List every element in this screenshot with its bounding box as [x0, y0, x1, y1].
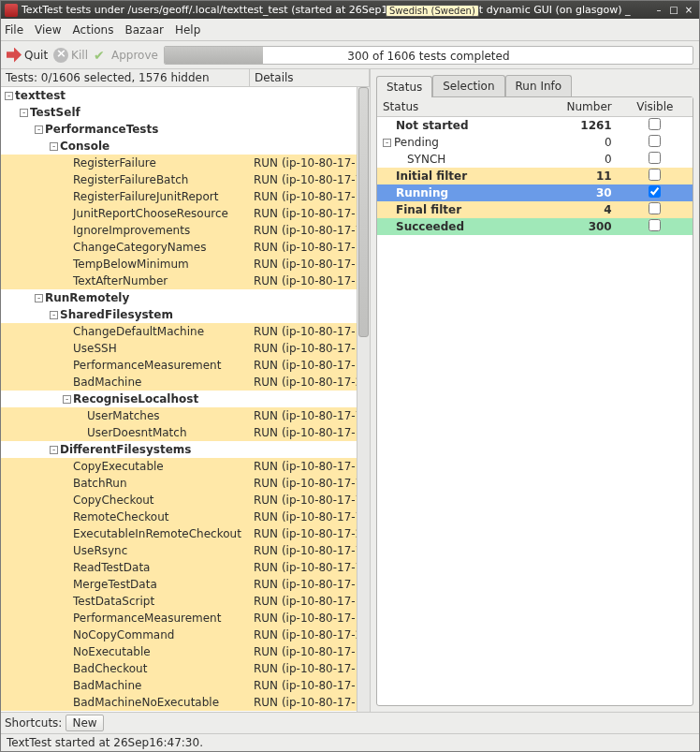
tree-item-label: BadMachine — [73, 679, 141, 692]
tree-item-label: TempBelowMinimum — [73, 258, 189, 271]
tree-row[interactable]: -PerformanceTests — [1, 121, 357, 138]
tree-row[interactable]: CopyExecutableRUN (ip-10-80-17-102) — [1, 458, 357, 475]
status-label: Final filter — [396, 203, 461, 216]
tree-row[interactable]: MergeTestDataRUN (ip-10-80-17-161) — [1, 576, 357, 593]
menu-bazaar[interactable]: Bazaar — [124, 23, 164, 37]
kill-button[interactable]: Kill — [53, 48, 88, 63]
tree-item-label: PerformanceTests — [45, 123, 158, 136]
status-row[interactable]: Not started1261 — [377, 117, 693, 135]
visible-checkbox[interactable] — [649, 202, 661, 214]
new-shortcut-button[interactable]: New — [66, 715, 103, 731]
expand-icon[interactable]: - — [35, 294, 43, 302]
tree-row[interactable]: TextAfterNumberRUN (ip-10-80-17-102) — [1, 273, 357, 289]
details-header[interactable]: Details — [250, 69, 370, 86]
locale-tooltip: Swedish (Sweden) — [386, 5, 479, 17]
tree-row[interactable]: BadCheckoutRUN (ip-10-80-17-161) — [1, 660, 357, 677]
scrollbar-thumb[interactable] — [358, 87, 369, 337]
tree-row[interactable]: RegisterFailureBatchRUN (ip-10-80-17-77) — [1, 171, 357, 188]
expand-icon[interactable]: - — [63, 395, 71, 404]
tree-row[interactable]: UserMatchesRUN (ip-10-80-17-77) — [1, 407, 357, 424]
tree-row[interactable]: PerformanceMeasurementRUN (ip-10-80-17-1… — [1, 357, 357, 374]
tree-row[interactable]: NoExecutableRUN (ip-10-80-17-109) — [1, 643, 357, 660]
status-row[interactable]: -Pending0 — [377, 134, 693, 151]
status-row[interactable]: Initial filter11 — [377, 168, 693, 184]
approve-label: Approve — [111, 49, 158, 62]
expand-icon[interactable]: - — [50, 142, 58, 151]
tree-row[interactable]: CopyCheckoutRUN (ip-10-80-17-77) — [1, 492, 357, 509]
visible-checkbox[interactable] — [649, 219, 661, 231]
tree-row[interactable]: RemoteCheckoutRUN (ip-10-80-17-77) — [1, 509, 357, 525]
tree-row[interactable]: UseSSHRUN (ip-10-80-17-153) — [1, 340, 357, 357]
tree-row[interactable]: ChangeCategoryNamesRUN (ip-10-80-17-161) — [1, 239, 357, 256]
tree-row[interactable]: ExecutableInRemoteCheckoutRUN (ip-10-80-… — [1, 525, 357, 542]
tree-item-label: texttest — [15, 89, 66, 102]
tree-row[interactable]: -RunRemotely — [1, 289, 357, 306]
tree-row[interactable]: -TestSelf — [1, 104, 357, 121]
tree-item-detail: RUN (ip-10-80-17-77) — [250, 544, 357, 557]
tree-row[interactable]: PerformanceMeasurementRUN (ip-10-80-17-1… — [1, 610, 357, 627]
tree-row[interactable]: UserDoesntMatchRUN (ip-10-80-17-109) — [1, 424, 357, 441]
minimize-icon[interactable]: – — [652, 4, 665, 17]
statusbar: TextTest started at 26Sep16:47:30. — [1, 733, 699, 751]
tree-row[interactable]: BatchRunRUN (ip-10-80-17-77) — [1, 475, 357, 492]
expand-icon[interactable]: - — [50, 311, 58, 319]
tree-item-detail: RUN (ip-10-80-17-77) — [250, 510, 357, 523]
status-row[interactable]: Final filter4 — [377, 201, 693, 218]
expand-icon[interactable]: - — [35, 125, 43, 134]
tree-row[interactable]: RegisterFailureJunitReportRUN (ip-10-80-… — [1, 188, 357, 205]
status-col-status[interactable]: Status — [377, 97, 529, 117]
tree-row[interactable]: JunitReportChooseResourceRUN (ip-10-80-1… — [1, 205, 357, 222]
tree-row[interactable]: -DifferentFilesystems — [1, 441, 357, 458]
status-col-visible[interactable]: Visible — [618, 97, 693, 117]
status-row[interactable]: SYNCH0 — [377, 151, 693, 168]
tree-row[interactable]: RegisterFailureRUN (ip-10-80-17-153) — [1, 155, 357, 171]
tree-row[interactable]: ReadTestDataRUN (ip-10-80-17-77) — [1, 559, 357, 576]
tree-row[interactable]: BadMachineRUN (ip-10-80-17-161) — [1, 677, 357, 694]
menu-help[interactable]: Help — [175, 23, 200, 37]
visible-checkbox[interactable] — [649, 118, 661, 130]
tree-row[interactable]: TestDataScriptRUN (ip-10-80-17-161) — [1, 593, 357, 610]
maximize-icon[interactable]: □ — [667, 4, 680, 17]
menu-file[interactable]: File — [5, 23, 23, 37]
quit-button[interactable]: Quit — [7, 48, 48, 63]
tree-row[interactable]: BadMachineNoExecutableRUN (ip-10-80-17-1… — [1, 694, 357, 711]
tree-row[interactable]: -RecogniseLocalhost — [1, 391, 357, 407]
tree-row[interactable]: -Console — [1, 138, 357, 155]
expand-icon — [77, 429, 85, 437]
expand-icon[interactable]: - — [383, 139, 391, 147]
visible-checkbox[interactable] — [649, 185, 661, 198]
tree-row[interactable]: -texttest — [1, 87, 357, 104]
tree-row[interactable]: ChangeDefaultMachineRUN (ip-10-80-17-153… — [1, 323, 357, 340]
visible-checkbox[interactable] — [649, 152, 661, 164]
menu-view[interactable]: View — [35, 23, 61, 37]
expand-icon[interactable]: - — [20, 109, 28, 117]
tab-runinfo[interactable]: Run Info — [505, 75, 573, 96]
tree-row[interactable]: BadMachineRUN (ip-10-80-17-25) — [1, 374, 357, 391]
test-tree[interactable]: -texttest-TestSelf-PerformanceTests-Cons… — [1, 87, 357, 712]
status-col-number[interactable]: Number — [529, 97, 617, 117]
tree-item-label: JunitReportChooseResource — [73, 207, 228, 220]
tab-selection[interactable]: Selection — [432, 75, 504, 96]
tree-row[interactable]: IgnoreImprovementsRUN (ip-10-80-17-77) — [1, 222, 357, 239]
status-row[interactable]: Running30 — [377, 184, 693, 201]
tab-status[interactable]: Status — [376, 76, 432, 97]
visible-checkbox[interactable] — [649, 169, 661, 181]
tree-item-detail: RUN (ip-10-80-17-153) — [250, 156, 357, 170]
tree-row[interactable]: -SharedFilesystem — [1, 306, 357, 323]
approve-button[interactable]: ✔ Approve — [94, 48, 158, 63]
tree-item-label: BatchRun — [73, 477, 127, 490]
tree-row[interactable]: UseRsyncRUN (ip-10-80-17-77) — [1, 542, 357, 559]
status-row[interactable]: Succeeded300 — [377, 218, 693, 235]
expand-icon — [63, 227, 71, 235]
visible-checkbox[interactable] — [649, 135, 661, 147]
close-icon[interactable]: × — [682, 4, 695, 17]
scrollbar[interactable] — [357, 87, 370, 712]
tree-row[interactable]: TempBelowMinimumRUN (ip-10-80-17-102) — [1, 256, 357, 273]
tests-header[interactable]: Tests: 0/1606 selected, 1576 hidden — [1, 69, 250, 86]
tree-item-label: DifferentFilesystems — [60, 443, 191, 456]
tree-item-detail: RUN (ip-10-80-17-102) — [250, 258, 357, 271]
expand-icon[interactable]: - — [5, 92, 13, 100]
tree-row[interactable]: NoCopyCommandRUN (ip-10-80-17-25) — [1, 627, 357, 643]
menu-actions[interactable]: Actions — [73, 23, 114, 37]
expand-icon[interactable]: - — [50, 446, 58, 454]
